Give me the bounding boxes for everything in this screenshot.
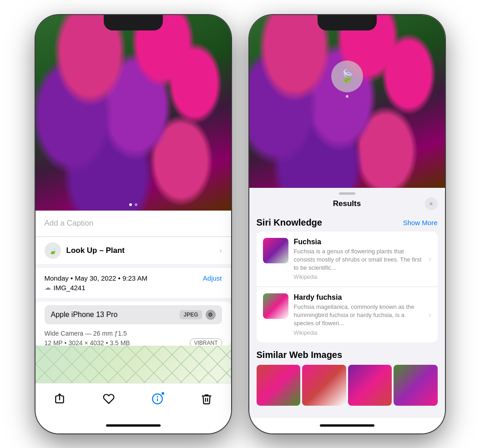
fuchsia-chevron-icon: › [429, 255, 431, 262]
jpeg-badge: JPEG [180, 310, 202, 319]
favorite-button[interactable] [99, 389, 119, 409]
home-bar [106, 424, 161, 427]
close-button[interactable]: × [425, 197, 438, 210]
siri-dot [346, 95, 349, 98]
device-section: Apple iPhone 13 Pro JPEG ⚙ Wide Camera —… [35, 302, 231, 346]
info-button[interactable] [147, 389, 167, 409]
home-indicator [35, 418, 231, 433]
similar-image-4[interactable] [394, 365, 438, 406]
device-badges: JPEG ⚙ [180, 310, 215, 320]
dot-2 [135, 203, 137, 206]
delete-button[interactable] [197, 389, 217, 409]
similar-web-images-title: Similar Web Images [257, 350, 438, 360]
camera-settings-icon[interactable]: ⚙ [206, 310, 216, 320]
phone2-screen: 🍃 Results × Siri Knowledge Show More [249, 15, 445, 433]
cloud-icon: ☁ [45, 284, 51, 291]
left-phone: Add a Caption 🍃 Look Up – Plant › Monday… [35, 15, 231, 433]
hardy-fuchsia-chevron-icon: › [429, 311, 431, 318]
show-more-button[interactable]: Show More [403, 219, 438, 227]
lookup-icon: 🍃 [45, 242, 61, 259]
hardy-fuchsia-thumbnail [263, 293, 288, 319]
similar-image-3[interactable] [348, 365, 392, 406]
similar-image-1[interactable] [257, 365, 301, 406]
camera-spec2: 12 MP • 3024 × 4032 • 3.5 MB [45, 339, 130, 346]
share-button[interactable] [50, 389, 70, 409]
phone2-flower-photo: 🍃 [249, 15, 445, 188]
sheet-content: Siri Knowledge Show More Fuchsia Fuchsia… [249, 213, 445, 418]
adjust-button[interactable]: Adjust [203, 274, 222, 282]
map-preview[interactable] [35, 346, 231, 383]
hardy-fuchsia-text: Hardy fuchsia Fuchsia magellanica, commo… [294, 293, 424, 336]
camera-spec1: Wide Camera — 26 mm ƒ1.5 [45, 330, 127, 337]
sheet-header: Results × [249, 195, 445, 213]
camera-specs: Wide Camera — 26 mm ƒ1.5 12 MP • 3024 × … [35, 328, 231, 346]
sheet-title: Results [333, 199, 361, 208]
photo-toolbar [35, 383, 231, 418]
results-sheet: Results × Siri Knowledge Show More Fuchs… [249, 188, 445, 418]
similar-web-images-section: Similar Web Images [257, 350, 438, 406]
device-row: Apple iPhone 13 Pro JPEG ⚙ [45, 305, 222, 324]
fuchsia-text: Fuchsia Fuchsia is a genus of flowering … [294, 238, 424, 281]
caption-area[interactable]: Add a Caption [35, 211, 231, 236]
siri-leaf-icon: 🍃 [339, 69, 355, 84]
lookup-row[interactable]: 🍃 Look Up – Plant › [35, 237, 231, 264]
hardy-fuchsia-desc: Fuchsia magellanica, commonly known as t… [294, 303, 424, 328]
photo-info-panel: Add a Caption 🍃 Look Up – Plant › Monday… [35, 211, 231, 383]
caption-placeholder[interactable]: Add a Caption [45, 219, 94, 228]
phone2-home-bar [320, 424, 374, 427]
right-phone: 🍃 Results × Siri Knowledge Show More [249, 15, 445, 433]
fuchsia-source: Wikipedia [294, 274, 424, 280]
hardy-fuchsia-source: Wikipedia [294, 330, 424, 336]
dot-1 [129, 203, 132, 206]
fuchsia-name: Fuchsia [294, 238, 424, 246]
knowledge-card: Fuchsia Fuchsia is a genus of flowering … [257, 232, 438, 342]
photo-date: Monday • May 30, 2022 • 9:23 AM [45, 274, 147, 282]
phone2-notch [318, 15, 377, 30]
date-section: Monday • May 30, 2022 • 9:23 AM Adjust ☁… [35, 268, 231, 298]
similar-images-grid [257, 365, 438, 406]
filename-row: ☁ IMG_4241 [45, 284, 222, 292]
vibrant-badge: VIBRANT [190, 338, 222, 346]
lookup-chevron-icon: › [220, 247, 222, 254]
phone-screen: Add a Caption 🍃 Look Up – Plant › Monday… [35, 15, 231, 433]
fuchsia-desc: Fuchsia is a genus of flowering plants t… [294, 247, 424, 272]
knowledge-item-fuchsia[interactable]: Fuchsia Fuchsia is a genus of flowering … [257, 232, 438, 287]
flower-photo[interactable] [35, 15, 231, 211]
filename: IMG_4241 [54, 284, 86, 292]
siri-knowledge-header: Siri Knowledge Show More [257, 213, 438, 232]
device-name: Apple iPhone 13 Pro [51, 311, 118, 319]
siri-knowledge-title: Siri Knowledge [257, 217, 322, 228]
hardy-fuchsia-name: Hardy fuchsia [294, 293, 424, 302]
phone2-home-indicator [249, 418, 445, 433]
knowledge-item-hardy-fuchsia[interactable]: Hardy fuchsia Fuchsia magellanica, commo… [257, 287, 438, 342]
lookup-text: Look Up – Plant [66, 246, 125, 255]
siri-visual-lookup-bubble[interactable]: 🍃 [331, 60, 363, 92]
phone-notch [104, 15, 163, 30]
fuchsia-thumbnail [263, 238, 288, 263]
similar-image-2[interactable] [302, 365, 346, 406]
